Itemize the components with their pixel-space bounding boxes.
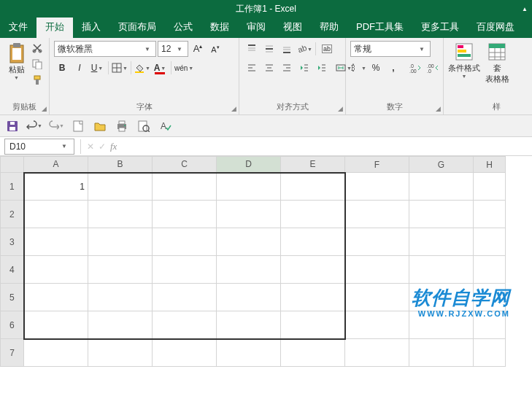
cell-B7[interactable] <box>88 339 153 367</box>
cell-C5[interactable] <box>153 284 217 311</box>
italic-button[interactable]: I <box>72 60 88 76</box>
cell-C4[interactable] <box>153 256 217 284</box>
accounting-button[interactable]: ₿▼ <box>350 60 366 76</box>
row-header-1[interactable]: 1 <box>1 173 24 201</box>
cell-D7[interactable] <box>217 339 281 367</box>
percent-button[interactable]: % <box>368 60 384 76</box>
increase-font-button[interactable]: A▴ <box>190 41 206 57</box>
cell-C6[interactable] <box>153 311 217 339</box>
row-header-4[interactable]: 4 <box>1 256 24 284</box>
cell-G5[interactable] <box>409 284 474 311</box>
cell-B1[interactable] <box>88 173 153 201</box>
cell-G1[interactable] <box>409 173 474 201</box>
font-launcher-icon[interactable]: ◢ <box>231 105 236 112</box>
cell-A2[interactable] <box>24 201 88 228</box>
print-preview-button[interactable] <box>136 118 152 134</box>
col-header-B[interactable]: B <box>88 157 153 173</box>
paste-button[interactable]: 粘贴 ▼ <box>4 41 28 92</box>
align-right-button[interactable] <box>279 60 295 76</box>
cell-D5[interactable] <box>217 284 281 311</box>
cell-G6[interactable] <box>409 311 474 339</box>
cell-E2[interactable] <box>281 201 345 228</box>
cell-F4[interactable] <box>345 256 409 284</box>
bold-button[interactable]: B <box>54 60 70 76</box>
open-button[interactable] <box>92 118 108 134</box>
cell-H4[interactable] <box>474 256 506 284</box>
row-header-5[interactable]: 5 <box>1 284 24 311</box>
cell-D1[interactable] <box>217 173 281 201</box>
align-middle-button[interactable] <box>261 41 277 57</box>
cell-F1[interactable] <box>345 173 409 201</box>
phonetic-button[interactable]: wén▼ <box>174 60 193 76</box>
cell-E1[interactable] <box>281 173 345 201</box>
format-painter-button[interactable] <box>30 73 45 88</box>
cell-H1[interactable] <box>474 173 506 201</box>
cell-A7[interactable] <box>24 339 88 367</box>
quick-print-button[interactable] <box>114 118 130 134</box>
cell-G4[interactable] <box>409 256 474 284</box>
tab-review[interactable]: 审阅 <box>238 16 274 38</box>
cell-A4[interactable] <box>24 256 88 284</box>
cell-D2[interactable] <box>217 201 281 228</box>
cell-E7[interactable] <box>281 339 345 367</box>
orientation-button[interactable]: ab▼ <box>296 41 312 57</box>
cell-F6[interactable] <box>345 311 409 339</box>
new-button[interactable] <box>70 118 86 134</box>
copy-button[interactable] <box>30 57 45 71</box>
cell-A5[interactable] <box>24 284 88 311</box>
col-header-G[interactable]: G <box>409 157 474 173</box>
name-box[interactable]: D10▼ <box>4 139 74 155</box>
table-format-button[interactable]: 套 表格格 <box>486 41 508 85</box>
cell-D3[interactable] <box>217 228 281 256</box>
cell-B5[interactable] <box>88 284 153 311</box>
cell-H3[interactable] <box>474 228 506 256</box>
number-launcher-icon[interactable]: ◢ <box>436 105 441 112</box>
cell-C2[interactable] <box>153 201 217 228</box>
col-header-C[interactable]: C <box>153 157 217 173</box>
col-header-H[interactable]: H <box>474 157 506 173</box>
col-header-F[interactable]: F <box>345 157 409 173</box>
tab-layout[interactable]: 页面布局 <box>109 16 165 38</box>
row-header-7[interactable]: 7 <box>1 339 24 367</box>
formula-input[interactable] <box>123 139 528 155</box>
enter-formula-button[interactable]: ✓ <box>99 141 106 152</box>
comma-button[interactable]: , <box>385 60 401 76</box>
align-left-button[interactable] <box>244 60 260 76</box>
cell-D4[interactable] <box>217 256 281 284</box>
cell-E3[interactable] <box>281 228 345 256</box>
cell-A1[interactable]: 1 <box>24 173 88 201</box>
cell-F7[interactable] <box>345 339 409 367</box>
tab-home[interactable]: 开始 <box>36 16 73 38</box>
font-name-select[interactable]: 微软雅黑▼ <box>54 41 156 57</box>
tab-insert[interactable]: 插入 <box>73 16 109 38</box>
cell-B6[interactable] <box>88 311 153 339</box>
cell-D6[interactable] <box>217 311 281 339</box>
redo-button[interactable]: ▼ <box>48 118 64 134</box>
align-top-button[interactable] <box>244 41 260 57</box>
cell-B3[interactable] <box>88 228 153 256</box>
row-header-2[interactable]: 2 <box>1 201 24 228</box>
cell-G2[interactable] <box>409 201 474 228</box>
cell-H2[interactable] <box>474 201 506 228</box>
spellcheck-button[interactable]: A <box>158 118 174 134</box>
col-header-D[interactable]: D <box>217 157 281 173</box>
cell-B4[interactable] <box>88 256 153 284</box>
col-header-E[interactable]: E <box>281 157 345 173</box>
tab-view[interactable]: 视图 <box>274 16 311 38</box>
align-bottom-button[interactable] <box>279 41 295 57</box>
row-header-6[interactable]: 6 <box>1 311 24 339</box>
borders-button[interactable]: ▼ <box>112 60 128 76</box>
cut-button[interactable] <box>30 41 45 55</box>
tab-formulas[interactable]: 公式 <box>165 16 201 38</box>
tab-help[interactable]: 帮助 <box>311 16 347 38</box>
increase-decimal-button[interactable]: .0.00 <box>407 60 423 76</box>
cell-E6[interactable] <box>281 311 345 339</box>
tab-baidu[interactable]: 百度网盘 <box>468 16 523 38</box>
align-center-button[interactable] <box>261 60 277 76</box>
cell-F5[interactable] <box>345 284 409 311</box>
cell-H6[interactable] <box>474 311 506 339</box>
increase-indent-button[interactable] <box>314 60 330 76</box>
tab-data[interactable]: 数据 <box>201 16 238 38</box>
font-color-button[interactable]: A▼ <box>152 60 168 76</box>
cell-F3[interactable] <box>345 228 409 256</box>
